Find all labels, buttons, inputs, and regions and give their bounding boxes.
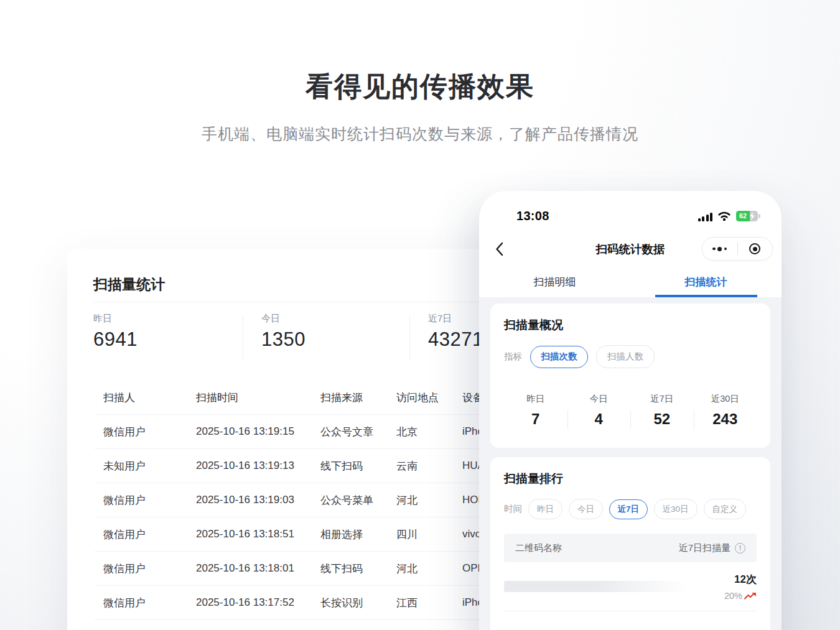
cell-time: 2025-10-16 13:19:13 <box>196 460 294 472</box>
cell-time: 2025-10-16 13:19:15 <box>196 425 294 438</box>
stat-value: 52 <box>630 410 694 428</box>
divider <box>694 410 694 429</box>
column-header: 扫描时间 <box>196 391 238 405</box>
cell-location: 江西 <box>396 596 418 610</box>
column-qrcode-name: 二维码名称 <box>515 542 562 554</box>
trend-percent: 20% <box>724 591 742 601</box>
stat-label: 昨日 <box>504 393 567 405</box>
pill-scan-people[interactable]: 扫描人数 <box>596 345 655 368</box>
cell-location: 北京 <box>396 425 418 439</box>
cell-time: 2025-10-16 13:17:52 <box>196 596 294 609</box>
stat-label: 昨日 <box>93 313 138 325</box>
ranking-row: 12次 20% <box>504 562 757 611</box>
phone-content: 扫描量概况 指标 扫描次数 扫描人数 昨日 7 今日 4 近7日 52 <box>479 297 782 630</box>
stat-value: 4 <box>567 410 631 428</box>
stat-value: 1350 <box>261 328 306 351</box>
stat-yesterday: 昨日 7 <box>504 393 567 428</box>
battery-percent: 62 <box>736 211 750 221</box>
info-icon[interactable]: ! <box>735 543 745 554</box>
cell-time: 2025-10-16 13:18:51 <box>196 528 294 540</box>
column-header: 扫描来源 <box>320 391 363 405</box>
ranking-table-header: 二维码名称 近7日扫描量 ! <box>504 534 757 562</box>
stat-last-7-days: 近7日 43271 <box>428 313 483 351</box>
cell-scanner: 微信用户 <box>103 596 146 610</box>
stat-last-7-days: 近7日 52 <box>630 393 694 428</box>
stat-label: 近30日 <box>694 393 757 405</box>
pill-scan-count[interactable]: 扫描次数 <box>530 346 588 368</box>
cell-source: 长按识别 <box>320 596 363 610</box>
wifi-icon <box>717 211 731 221</box>
column-header: 访问地点 <box>396 391 439 405</box>
charging-bolt-icon <box>749 212 755 220</box>
cell-location: 河北 <box>396 562 418 576</box>
tab-bar: 扫描明细 扫描统计 <box>479 267 782 297</box>
phone-mockup: 13:08 62 扫码统计数据 <box>479 191 782 630</box>
stat-value: 7 <box>504 410 567 428</box>
pill-last-30-days[interactable]: 近30日 <box>654 499 698 519</box>
cell-location: 四川 <box>396 527 418 542</box>
cell-source: 相册选择 <box>320 527 363 542</box>
cell-scanner: 未知用户 <box>103 459 146 473</box>
cell-source: 线下扫码 <box>320 459 363 473</box>
cell-source: 公众号菜单 <box>320 493 373 507</box>
pill-custom[interactable]: 自定义 <box>704 499 747 519</box>
tab-scan-detail[interactable]: 扫描明细 <box>479 267 630 297</box>
metric-selector: 指标 扫描次数 扫描人数 <box>504 345 757 368</box>
cell-scanner: 微信用户 <box>103 527 146 542</box>
metric-label: 指标 <box>504 351 522 363</box>
stat-last-30-days: 近30日 243 <box>694 393 757 428</box>
scan-count: 12次 <box>724 572 757 586</box>
column-scan-volume: 近7日扫描量 <box>679 542 730 554</box>
stat-label: 今日 <box>261 313 306 325</box>
cell-scanner: 微信用户 <box>103 425 146 439</box>
capsule-record-icon[interactable] <box>738 243 773 254</box>
pill-last-7-days[interactable]: 近7日 <box>609 499 648 519</box>
pill-yesterday[interactable]: 昨日 <box>528 499 562 519</box>
divider <box>409 316 410 361</box>
status-time: 13:08 <box>516 209 549 223</box>
status-icons: 62 <box>698 211 758 221</box>
cell-location: 河北 <box>396 493 418 507</box>
divider <box>243 316 243 361</box>
card-title: 扫描量排行 <box>504 471 757 487</box>
cell-source: 线下扫码 <box>320 562 363 576</box>
stat-value: 243 <box>694 410 757 428</box>
cell-time: 2025-10-16 13:19:03 <box>196 494 294 506</box>
stat-yesterday: 昨日 6941 <box>93 313 138 351</box>
stat-label: 今日 <box>567 393 631 405</box>
scan-overview-card: 扫描量概况 指标 扫描次数 扫描人数 昨日 7 今日 4 近7日 52 <box>490 303 770 448</box>
time-range-selector: 时间 昨日 今日 近7日 近30日 自定义 <box>504 499 757 519</box>
card-title: 扫描量概况 <box>504 317 757 333</box>
cell-device: vivo <box>462 528 481 540</box>
stat-value: 6941 <box>93 328 138 351</box>
time-label: 时间 <box>504 503 522 515</box>
miniprogram-capsule <box>702 237 773 261</box>
column-header: 扫描人 <box>103 391 135 405</box>
cellular-signal-icon <box>698 212 713 221</box>
overview-stats: 昨日 7 今日 4 近7日 52 近30日 243 <box>504 393 757 428</box>
tab-scan-statistics[interactable]: 扫描统计 <box>630 267 782 297</box>
page-title: 看得见的传播效果 <box>0 68 840 105</box>
stat-label: 近7日 <box>428 313 483 325</box>
desktop-card-title: 扫描量统计 <box>93 275 165 294</box>
scan-ranking-card: 扫描量排行 时间 昨日 今日 近7日 近30日 自定义 二维码名称 近7日扫描量… <box>490 457 770 630</box>
status-bar: 13:08 62 <box>479 206 782 226</box>
stat-label: 近7日 <box>630 393 694 405</box>
stat-today: 今日 1350 <box>261 313 306 351</box>
cell-source: 公众号文章 <box>320 425 373 439</box>
nav-bar: 扫码统计数据 <box>479 234 782 264</box>
cell-scanner: 微信用户 <box>103 562 146 576</box>
stat-value: 43271 <box>428 328 483 351</box>
battery-charging-badge: 62 <box>736 211 758 221</box>
trend-up-icon <box>744 592 757 600</box>
divider <box>630 410 631 429</box>
stat-today: 今日 4 <box>567 393 631 428</box>
page-subtitle: 手机端、电脑端实时统计扫码次数与来源，了解产品传播情况 <box>0 124 840 144</box>
more-dots-icon[interactable] <box>702 247 737 251</box>
cell-time: 2025-10-16 13:18:01 <box>196 562 294 575</box>
divider <box>567 410 568 429</box>
pill-today[interactable]: 今日 <box>569 499 603 519</box>
cell-scanner: 微信用户 <box>103 493 146 507</box>
cell-location: 云南 <box>396 459 418 473</box>
redacted-qrcode-name <box>504 581 688 592</box>
